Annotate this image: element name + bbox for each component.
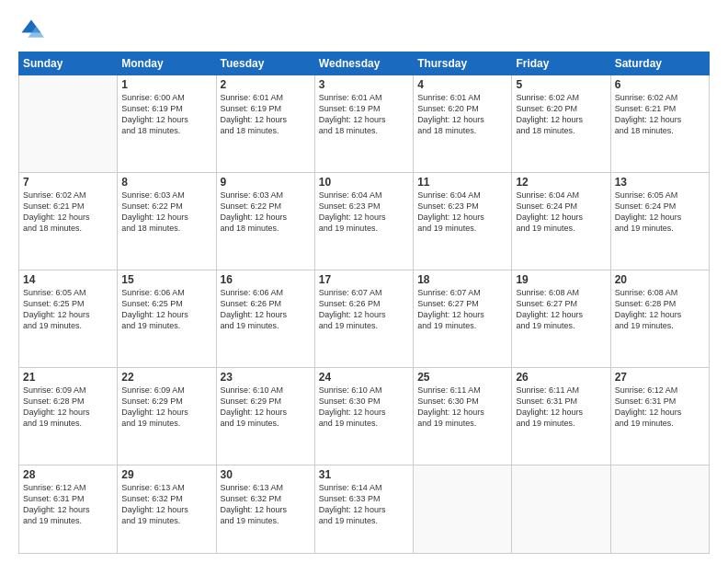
day-number: 6 [615, 78, 705, 91]
calendar: SundayMondayTuesdayWednesdayThursdayFrid… [18, 52, 710, 554]
day-cell-11: 11Sunrise: 6:04 AM Sunset: 6:23 PM Dayli… [414, 172, 512, 270]
day-number: 20 [615, 273, 705, 286]
day-cell-27: 27Sunrise: 6:12 AM Sunset: 6:31 PM Dayli… [610, 367, 709, 465]
day-number: 23 [221, 371, 311, 384]
day-number: 11 [417, 176, 507, 189]
week-row-5: 28Sunrise: 6:12 AM Sunset: 6:31 PM Dayli… [19, 465, 710, 553]
day-cell-7: 7Sunrise: 6:02 AM Sunset: 6:21 PM Daylig… [19, 172, 118, 270]
day-cell-14: 14Sunrise: 6:05 AM Sunset: 6:25 PM Dayli… [19, 270, 118, 367]
day-number: 29 [121, 468, 211, 481]
day-info: Sunrise: 6:07 AM Sunset: 6:27 PM Dayligh… [417, 287, 507, 332]
day-number: 2 [221, 78, 311, 91]
day-number: 17 [319, 273, 409, 286]
day-cell-31: 31Sunrise: 6:14 AM Sunset: 6:33 PM Dayli… [314, 465, 413, 553]
day-info: Sunrise: 6:06 AM Sunset: 6:26 PM Dayligh… [221, 287, 311, 332]
day-cell-18: 18Sunrise: 6:07 AM Sunset: 6:27 PM Dayli… [414, 270, 512, 367]
calendar-body: 1Sunrise: 6:00 AM Sunset: 6:19 PM Daylig… [19, 75, 710, 554]
day-cell-21: 21Sunrise: 6:09 AM Sunset: 6:28 PM Dayli… [19, 367, 118, 465]
day-info: Sunrise: 6:09 AM Sunset: 6:29 PM Dayligh… [121, 385, 211, 430]
day-info: Sunrise: 6:03 AM Sunset: 6:22 PM Dayligh… [121, 190, 211, 235]
day-cell-20: 20Sunrise: 6:08 AM Sunset: 6:28 PM Dayli… [610, 270, 709, 367]
day-number: 10 [319, 176, 409, 189]
day-number: 25 [417, 371, 507, 384]
day-cell-23: 23Sunrise: 6:10 AM Sunset: 6:29 PM Dayli… [216, 367, 314, 465]
day-info: Sunrise: 6:05 AM Sunset: 6:25 PM Dayligh… [23, 287, 113, 332]
weekday-header-wednesday: Wednesday [314, 52, 413, 75]
day-number: 24 [319, 371, 409, 384]
day-info: Sunrise: 6:07 AM Sunset: 6:26 PM Dayligh… [319, 287, 409, 332]
week-row-2: 7Sunrise: 6:02 AM Sunset: 6:21 PM Daylig… [19, 172, 710, 270]
day-cell-25: 25Sunrise: 6:11 AM Sunset: 6:30 PM Dayli… [414, 367, 512, 465]
day-cell-9: 9Sunrise: 6:03 AM Sunset: 6:22 PM Daylig… [216, 172, 314, 270]
day-number: 31 [319, 468, 409, 481]
calendar-header: SundayMondayTuesdayWednesdayThursdayFrid… [19, 52, 710, 75]
logo-icon [18, 17, 44, 42]
weekday-header-friday: Friday [512, 52, 610, 75]
day-cell-5: 5Sunrise: 6:02 AM Sunset: 6:20 PM Daylig… [512, 75, 610, 173]
day-number: 13 [615, 176, 705, 189]
day-cell-12: 12Sunrise: 6:04 AM Sunset: 6:24 PM Dayli… [512, 172, 610, 270]
calendar-table: SundayMondayTuesdayWednesdayThursdayFrid… [18, 52, 710, 554]
day-info: Sunrise: 6:08 AM Sunset: 6:28 PM Dayligh… [615, 287, 705, 332]
day-number: 8 [121, 176, 211, 189]
day-info: Sunrise: 6:04 AM Sunset: 6:23 PM Dayligh… [417, 190, 507, 235]
day-number: 5 [516, 78, 606, 91]
day-number: 3 [319, 78, 409, 91]
day-cell-2: 2Sunrise: 6:01 AM Sunset: 6:19 PM Daylig… [216, 75, 314, 173]
day-number: 21 [23, 371, 113, 384]
week-row-3: 14Sunrise: 6:05 AM Sunset: 6:25 PM Dayli… [19, 270, 710, 367]
logo [18, 17, 48, 42]
empty-cell [19, 75, 118, 173]
day-info: Sunrise: 6:10 AM Sunset: 6:29 PM Dayligh… [221, 385, 311, 430]
day-info: Sunrise: 6:04 AM Sunset: 6:24 PM Dayligh… [516, 190, 606, 235]
day-info: Sunrise: 6:12 AM Sunset: 6:31 PM Dayligh… [23, 482, 113, 527]
page: SundayMondayTuesdayWednesdayThursdayFrid… [0, 0, 728, 563]
day-number: 4 [417, 78, 507, 91]
day-info: Sunrise: 6:10 AM Sunset: 6:30 PM Dayligh… [319, 385, 409, 430]
empty-cell [610, 465, 709, 553]
weekday-header-thursday: Thursday [414, 52, 512, 75]
day-cell-16: 16Sunrise: 6:06 AM Sunset: 6:26 PM Dayli… [216, 270, 314, 367]
day-number: 30 [221, 468, 311, 481]
day-info: Sunrise: 6:02 AM Sunset: 6:21 PM Dayligh… [615, 92, 705, 137]
week-row-1: 1Sunrise: 6:00 AM Sunset: 6:19 PM Daylig… [19, 75, 710, 173]
day-number: 16 [221, 273, 311, 286]
weekday-header-sunday: Sunday [19, 52, 118, 75]
day-cell-10: 10Sunrise: 6:04 AM Sunset: 6:23 PM Dayli… [314, 172, 413, 270]
header [18, 17, 710, 42]
day-info: Sunrise: 6:11 AM Sunset: 6:31 PM Dayligh… [516, 385, 606, 430]
day-cell-29: 29Sunrise: 6:13 AM Sunset: 6:32 PM Dayli… [118, 465, 216, 553]
day-info: Sunrise: 6:01 AM Sunset: 6:19 PM Dayligh… [221, 92, 311, 137]
day-cell-8: 8Sunrise: 6:03 AM Sunset: 6:22 PM Daylig… [118, 172, 216, 270]
day-info: Sunrise: 6:13 AM Sunset: 6:32 PM Dayligh… [221, 482, 311, 527]
day-info: Sunrise: 6:13 AM Sunset: 6:32 PM Dayligh… [121, 482, 211, 527]
day-cell-1: 1Sunrise: 6:00 AM Sunset: 6:19 PM Daylig… [118, 75, 216, 173]
day-info: Sunrise: 6:09 AM Sunset: 6:28 PM Dayligh… [23, 385, 113, 430]
day-cell-15: 15Sunrise: 6:06 AM Sunset: 6:25 PM Dayli… [118, 270, 216, 367]
day-info: Sunrise: 6:04 AM Sunset: 6:23 PM Dayligh… [319, 190, 409, 235]
day-cell-24: 24Sunrise: 6:10 AM Sunset: 6:30 PM Dayli… [314, 367, 413, 465]
day-cell-3: 3Sunrise: 6:01 AM Sunset: 6:19 PM Daylig… [314, 75, 413, 173]
weekday-header-saturday: Saturday [610, 52, 709, 75]
day-cell-30: 30Sunrise: 6:13 AM Sunset: 6:32 PM Dayli… [216, 465, 314, 553]
day-number: 7 [23, 176, 113, 189]
day-info: Sunrise: 6:11 AM Sunset: 6:30 PM Dayligh… [417, 385, 507, 430]
day-info: Sunrise: 6:08 AM Sunset: 6:27 PM Dayligh… [516, 287, 606, 332]
day-cell-6: 6Sunrise: 6:02 AM Sunset: 6:21 PM Daylig… [610, 75, 709, 173]
week-row-4: 21Sunrise: 6:09 AM Sunset: 6:28 PM Dayli… [19, 367, 710, 465]
day-number: 1 [121, 78, 211, 91]
day-cell-26: 26Sunrise: 6:11 AM Sunset: 6:31 PM Dayli… [512, 367, 610, 465]
day-number: 18 [417, 273, 507, 286]
day-info: Sunrise: 6:02 AM Sunset: 6:20 PM Dayligh… [516, 92, 606, 137]
day-info: Sunrise: 6:03 AM Sunset: 6:22 PM Dayligh… [221, 190, 311, 235]
day-number: 15 [121, 273, 211, 286]
day-cell-4: 4Sunrise: 6:01 AM Sunset: 6:20 PM Daylig… [414, 75, 512, 173]
weekday-header-tuesday: Tuesday [216, 52, 314, 75]
weekday-header-row: SundayMondayTuesdayWednesdayThursdayFrid… [19, 52, 710, 75]
day-cell-28: 28Sunrise: 6:12 AM Sunset: 6:31 PM Dayli… [19, 465, 118, 553]
day-info: Sunrise: 6:06 AM Sunset: 6:25 PM Dayligh… [121, 287, 211, 332]
day-info: Sunrise: 6:12 AM Sunset: 6:31 PM Dayligh… [615, 385, 705, 430]
day-number: 14 [23, 273, 113, 286]
day-info: Sunrise: 6:00 AM Sunset: 6:19 PM Dayligh… [121, 92, 211, 137]
day-number: 28 [23, 468, 113, 481]
